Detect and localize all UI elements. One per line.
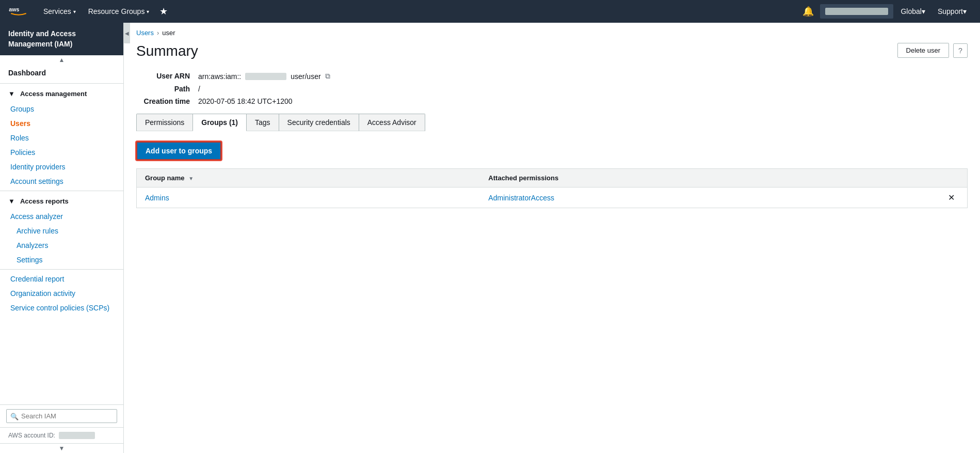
breadcrumb-separator: › [157, 29, 159, 37]
tab-security-credentials[interactable]: Security credentials [279, 114, 359, 131]
sidebar-item-access-analyzer[interactable]: Access analyzer [0, 209, 123, 224]
services-nav[interactable]: Services ▾ [37, 0, 82, 23]
add-user-to-groups-button[interactable]: Add user to groups [136, 142, 221, 160]
sidebar-item-archive-rules[interactable]: Archive rules [0, 224, 123, 238]
arn-label: User ARN [136, 72, 198, 81]
tab-content-groups: Add user to groups Group name ▼ Attached… [124, 131, 980, 218]
page-layout: Identity and Access Management (IAM) ▲ D… [0, 23, 980, 453]
path-value: / [198, 85, 473, 93]
account-display[interactable]: account [820, 4, 893, 19]
attached-permissions-cell: AdministratorAccess [480, 188, 936, 208]
remove-group-button[interactable]: ✕ [944, 193, 959, 202]
sidebar-divider-2 [0, 191, 123, 191]
sidebar-item-roles[interactable]: Roles [0, 131, 123, 145]
tabs-bar: Permissions Groups (1) Tags Security cre… [124, 114, 980, 131]
tab-tags[interactable]: Tags [246, 114, 279, 131]
col-group-name[interactable]: Group name ▼ [137, 169, 480, 188]
sidebar-scroll-up[interactable]: ▲ [0, 55, 123, 65]
main-content: ◀ Users › user Summary Delete us [124, 23, 980, 453]
sidebar-item-groups[interactable]: Groups [0, 102, 123, 116]
sidebar-item-settings[interactable]: Settings [0, 253, 123, 267]
page-header: Summary Delete user ? [124, 37, 980, 68]
sidebar-scroll-down[interactable]: ▼ [0, 443, 123, 453]
col-attached-permissions: Attached permissions [480, 169, 936, 188]
content-area: ◀ Users › user Summary Delete us [124, 23, 980, 453]
svg-text:aws: aws [9, 6, 19, 12]
delete-user-button[interactable]: Delete user [897, 43, 949, 58]
search-iam-input[interactable] [6, 409, 117, 423]
breadcrumb-users-link[interactable]: Users [136, 29, 154, 37]
search-icon: 🔍 [10, 412, 19, 420]
page-title: Summary [136, 43, 198, 59]
top-navigation: aws Services ▾ Resource Groups ▾ ★ 🔔 acc… [0, 0, 980, 23]
creation-time-value: 2020-07-05 18:42 UTC+1200 [198, 97, 473, 105]
sidebar-item-policies[interactable]: Policies [0, 145, 123, 160]
arn-value: arn:aws:iam::REDACTEDuser/user ⧉ [198, 72, 473, 81]
sidebar-item-account-settings[interactable]: Account settings [0, 174, 123, 189]
sidebar-title: Identity and Access Management (IAM) [0, 23, 123, 55]
sidebar: Identity and Access Management (IAM) ▲ D… [0, 23, 124, 453]
sidebar-item-identity-providers[interactable]: Identity providers [0, 160, 123, 174]
help-button[interactable]: ? [953, 43, 968, 58]
tab-access-advisor[interactable]: Access Advisor [359, 114, 425, 131]
aws-logo[interactable]: aws [8, 5, 29, 18]
nav-right-section: 🔔 account Global ▾ Support ▾ [798, 4, 972, 19]
header-actions: Delete user ? [897, 43, 968, 58]
sidebar-item-organization-activity[interactable]: Organization activity [0, 286, 123, 301]
sidebar-account-id: AWS account ID: id [0, 427, 123, 443]
creation-time-label: Creation time [136, 97, 198, 105]
remove-cell: ✕ [936, 188, 968, 208]
copy-arn-icon[interactable]: ⧉ [325, 72, 330, 81]
region-selector[interactable]: Global ▾ [895, 7, 930, 15]
col-remove [936, 169, 968, 188]
sidebar-collapse-handle[interactable]: ◀ [124, 23, 130, 43]
path-label: Path [136, 85, 198, 93]
group-name-sort-icon: ▼ [188, 176, 194, 181]
sidebar-divider-1 [0, 83, 123, 84]
support-menu[interactable]: Support ▾ [933, 7, 972, 15]
sidebar-access-management-toggle[interactable]: ▼ Access management [0, 86, 123, 102]
services-caret: ▾ [73, 9, 76, 14]
sidebar-search-section: 🔍 [0, 404, 123, 427]
breadcrumb: Users › user [124, 23, 980, 37]
breadcrumb-current: user [162, 29, 175, 37]
attached-permissions-link[interactable]: AdministratorAccess [488, 194, 554, 202]
tab-groups[interactable]: Groups (1) [192, 114, 247, 131]
table-header-row: Group name ▼ Attached permissions [137, 169, 968, 188]
groups-table: Group name ▼ Attached permissions [136, 168, 968, 208]
user-info-section: User ARN arn:aws:iam::REDACTEDuser/user … [124, 68, 485, 114]
sidebar-item-dashboard[interactable]: Dashboard [0, 65, 123, 81]
sidebar-access-reports-toggle[interactable]: ▼ Access reports [0, 193, 123, 209]
resource-groups-caret: ▾ [147, 9, 149, 14]
sidebar-divider-3 [0, 269, 123, 270]
sidebar-item-service-control-policies[interactable]: Service control policies (SCPs) [0, 301, 123, 315]
sidebar-item-credential-report[interactable]: Credential report [0, 272, 123, 286]
tab-permissions[interactable]: Permissions [136, 114, 193, 131]
favorites-star-icon[interactable]: ★ [155, 6, 172, 17]
group-name-cell: Admins [137, 188, 480, 208]
resource-groups-nav[interactable]: Resource Groups ▾ [82, 0, 156, 23]
group-name-link[interactable]: Admins [145, 194, 169, 202]
notifications-bell-icon[interactable]: 🔔 [798, 6, 818, 17]
sidebar-item-analyzers[interactable]: Analyzers [0, 238, 123, 253]
table-row: Admins AdministratorAccess ✕ [137, 188, 968, 208]
sidebar-item-users[interactable]: Users [0, 116, 123, 131]
